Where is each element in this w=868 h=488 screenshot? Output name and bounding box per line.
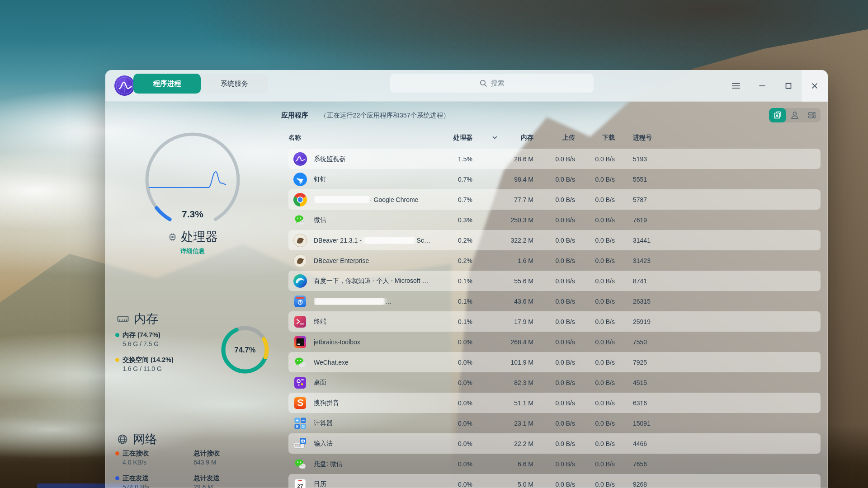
memory-value: 77.7 M [472, 196, 533, 203]
process-row[interactable]: jetbrains-toolbox 0.0% 268.4 M 0.0 B/s 0… [288, 332, 821, 352]
column-header-memory[interactable]: 内存 [472, 134, 533, 142]
pid-value: 6316 [615, 399, 821, 407]
process-row[interactable]: 托盘: 微信 0.0% 6.6 M 0.0 B/s 0.0 B/s 7656 [288, 454, 821, 474]
pid-value: 5787 [615, 196, 821, 203]
process-row[interactable]: 搜狗拼音 0.0% 51.1 M 0.0 B/s 0.0 B/s 6316 [288, 393, 821, 413]
swap-dot [115, 358, 119, 362]
process-row[interactable]: DBeaver 21.3.1 - Scr… 0.2% 322.2 M 0.0 B… [288, 230, 821, 250]
upload-value: 0.0 B/s [533, 155, 575, 163]
memory-section-title: 内存 [117, 311, 158, 327]
cpu-value: 0.0% [432, 379, 472, 386]
download-value: 0.0 B/s [575, 379, 615, 386]
app-view-button[interactable] [769, 108, 786, 122]
upload-value: 0.0 B/s [533, 298, 575, 305]
cpu-details-link[interactable]: 详细信息 [105, 247, 280, 255]
process-name: WeChat.exe [314, 359, 349, 366]
desktop: 程序进程 系统服务 搜索 [0, 0, 868, 488]
cpu-sparkline [149, 172, 226, 188]
pid-value: 5551 [615, 176, 821, 183]
terminal-icon [293, 314, 307, 329]
process-name: · Google Chrome [314, 196, 418, 203]
dbeaver-icon [293, 233, 307, 248]
process-table-body: 系统监视器 1.5% 28.6 M 0.0 B/s 0.0 B/s 5193 钉… [288, 149, 821, 488]
process-table-panel: 应用程序 （正在运行22个应用程序和357个系统进程） [281, 102, 828, 488]
memory-ram-icon [117, 314, 129, 324]
receive-dot [115, 451, 119, 455]
layout-view-icon [807, 111, 816, 120]
process-row[interactable]: 系统监视器 1.5% 28.6 M 0.0 B/s 0.0 B/s 5193 [288, 149, 821, 169]
user-view-icon [790, 111, 799, 120]
process-row[interactable]: 27 日历 0.0% 5.0 M 0.0 B/s 0.0 B/s 9268 [288, 474, 821, 488]
process-name: 桌面 [314, 379, 326, 387]
process-row[interactable]: 钉钉 0.7% 98.4 M 0.0 B/s 0.0 B/s 5551 [288, 169, 821, 189]
cpu-value: 0.3% [432, 216, 472, 224]
column-header-name[interactable]: 名称 [288, 134, 432, 142]
upload-value: 0.0 B/s [533, 237, 575, 244]
column-header-cpu[interactable]: 处理器 [432, 134, 472, 142]
upload-value: 0.0 B/s [533, 481, 575, 488]
user-view-button[interactable] [786, 108, 803, 122]
dingtalk-icon [293, 172, 307, 187]
upload-value: 0.0 B/s [533, 440, 575, 447]
cpu-value: 0.0% [432, 481, 472, 488]
pid-value: 7656 [615, 460, 821, 468]
process-row[interactable]: 百度一下，你就知道 - 个人 - Microsoft Edge 0.1% 55.… [288, 271, 821, 291]
process-row[interactable]: 终端 0.1% 17.9 M 0.0 B/s 0.0 B/s 25919 [288, 311, 821, 332]
app-view-icon [773, 111, 782, 120]
cpu-value: 0.0% [432, 359, 472, 366]
hamburger-icon [732, 83, 740, 89]
process-row[interactable]: 计算器 0.0% 23.1 M 0.0 B/s 0.0 B/s 15091 [288, 413, 821, 433]
close-button[interactable] [802, 70, 828, 102]
process-row[interactable]: WeChat.exe 0.0% 101.9 M 0.0 B/s 0.0 B/s … [288, 352, 821, 372]
tab-processes[interactable]: 程序进程 [133, 74, 201, 94]
dbeaver-enterprise-icon [293, 253, 307, 268]
window-content: 7.3% 处理器 详细信息 内存 [105, 102, 828, 488]
view-mode-toggle [769, 108, 821, 122]
receive-rate: 4.0 KB/s [123, 459, 146, 466]
cpu-value: 0.1% [432, 277, 472, 285]
process-row[interactable]: 微信 0.3% 250.3 M 0.0 B/s 0.0 B/s 7619 [288, 210, 821, 230]
cpu-value: 0.1% [432, 318, 472, 325]
process-name: jetbrains-toolbox [314, 338, 360, 346]
memory-donut: 74.7% [219, 324, 271, 376]
tab-services[interactable]: 系统服务 [201, 74, 268, 94]
download-value: 0.0 B/s [575, 298, 615, 305]
process-row[interactable]: · Google Chrome 0.7% 77.7 M 0.0 B/s 0.0 … [288, 189, 821, 210]
download-value: 0.0 B/s [575, 257, 615, 264]
memory-value: 82.3 M [472, 379, 533, 386]
download-value: 0.0 B/s [575, 196, 615, 203]
redacted-text [315, 298, 384, 305]
process-row[interactable]: 桌面 0.0% 82.3 M 0.0 B/s 0.0 B/s 4515 [288, 372, 821, 393]
section-head: 应用程序 （正在运行22个应用程序和357个系统进程） [281, 108, 821, 122]
column-header-upload[interactable]: 上传 [533, 134, 575, 142]
upload-value: 0.0 B/s [533, 176, 575, 183]
process-row[interactable]: DBeaver Enterprise 0.2% 1.6 M 0.0 B/s 0.… [288, 250, 821, 271]
table-header: 名称 处理器 内存 上传 下载 进程号 [288, 131, 821, 145]
search-input[interactable]: 搜索 [390, 74, 594, 93]
memory-value: 22.2 M [472, 440, 533, 447]
upload-value: 0.0 B/s [533, 379, 575, 386]
maximize-button[interactable] [775, 70, 802, 102]
menu-button[interactable] [723, 70, 749, 102]
process-name: DBeaver Enterprise [314, 257, 369, 264]
column-header-pid[interactable]: 进程号 [615, 134, 821, 142]
column-header-download[interactable]: 下载 [575, 134, 615, 142]
cpu-value: 0.0% [432, 420, 472, 427]
upload-value: 0.0 B/s [533, 318, 575, 325]
stats-sidebar: 7.3% 处理器 详细信息 内存 [105, 102, 281, 488]
process-row[interactable]: … 0.1% 43.6 M 0.0 B/s 0.0 B/s 26315 [288, 291, 821, 311]
memory-dot [115, 333, 119, 337]
network-globe-icon [117, 434, 128, 445]
memory-value: 98.4 M [472, 176, 533, 183]
ime-icon [293, 436, 307, 451]
layout-view-button[interactable] [803, 108, 821, 122]
titlebar: 程序进程 系统服务 搜索 [105, 70, 828, 102]
process-row[interactable]: 输入法 0.0% 22.2 M 0.0 B/s 0.0 B/s 4466 [288, 433, 821, 454]
memory-value: 5.6 G / 7.5 G [123, 340, 159, 347]
memory-value: 1.6 M [472, 257, 533, 264]
cpu-value: 0.2% [432, 257, 472, 264]
calendar-icon: 27 [293, 477, 307, 488]
minimize-button[interactable] [749, 70, 775, 102]
process-name: DBeaver 21.3.1 - Scr… [314, 237, 432, 244]
pid-value: 4515 [615, 379, 821, 386]
